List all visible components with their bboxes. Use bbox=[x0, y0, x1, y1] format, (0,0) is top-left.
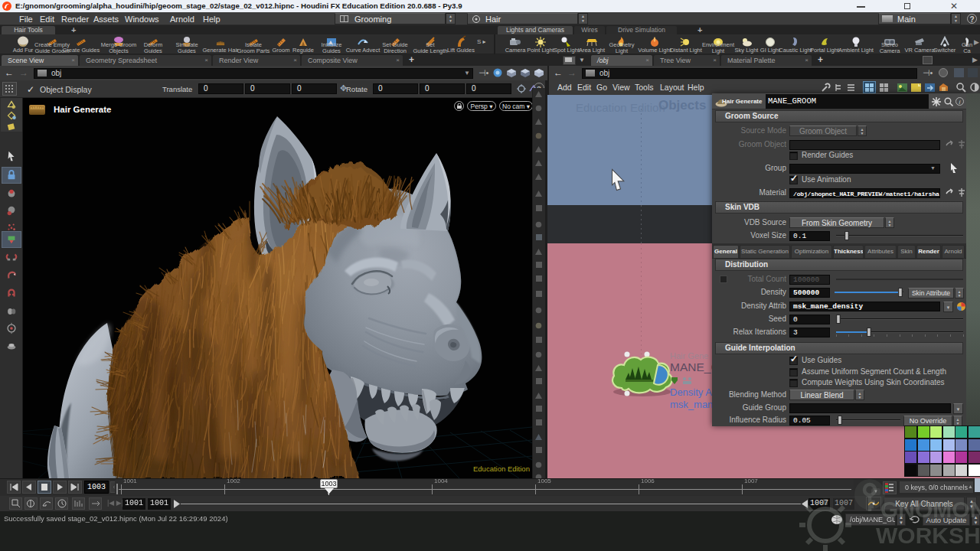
svg-text:GNOMON: GNOMON bbox=[880, 497, 980, 522]
svg-text:WORKSHOP: WORKSHOP bbox=[876, 523, 980, 548]
